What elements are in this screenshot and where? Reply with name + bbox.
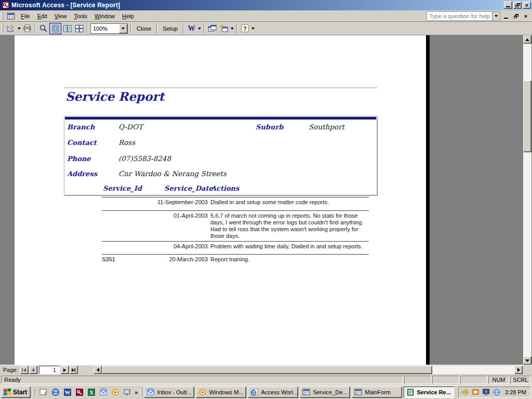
service-date: 11-September-2003 bbox=[151, 199, 208, 210]
chevron-down-icon bbox=[251, 28, 255, 30]
multiple-pages-button[interactable] bbox=[73, 23, 85, 34]
help-question-dropdown[interactable] bbox=[492, 12, 500, 20]
report-title-rule bbox=[64, 87, 377, 88]
mdi-close-button[interactable]: × bbox=[522, 12, 530, 20]
phone-label: Phone bbox=[67, 155, 91, 163]
new-object-button[interactable] bbox=[218, 23, 230, 34]
show-desktop-icon[interactable] bbox=[39, 388, 48, 397]
form-icon bbox=[302, 388, 311, 396]
last-page-button[interactable] bbox=[70, 366, 78, 374]
multiple-pages-icon bbox=[75, 24, 84, 33]
start-button[interactable]: Start bbox=[1, 387, 31, 398]
first-page-button[interactable] bbox=[20, 366, 29, 374]
report-page[interactable]: Service Report Branch Q-DOT Suburb South… bbox=[15, 35, 426, 365]
horizontal-scrollbar[interactable] bbox=[94, 366, 523, 375]
scroll-down-button[interactable] bbox=[523, 356, 531, 365]
report-system-icon[interactable] bbox=[7, 12, 15, 20]
address-label: Address bbox=[67, 170, 97, 178]
menu-view[interactable]: View bbox=[51, 11, 71, 21]
magnifier-icon bbox=[39, 24, 48, 33]
minimize-button[interactable] bbox=[504, 2, 512, 9]
clock[interactable]: 3:28 PM bbox=[503, 389, 526, 395]
menu-window[interactable]: Window bbox=[91, 11, 118, 21]
database-window-button[interactable] bbox=[206, 23, 218, 34]
zoom-combobox[interactable]: 100% bbox=[90, 23, 128, 34]
messenger-tray-icon[interactable] bbox=[472, 388, 480, 396]
mdi-restore-button[interactable] bbox=[512, 12, 520, 20]
mdi-minimize-button[interactable] bbox=[502, 12, 510, 20]
arrow-right-icon bbox=[517, 368, 520, 372]
close-preview-button[interactable]: Close bbox=[133, 23, 155, 34]
title-bar[interactable]: Microsoft Access - [Service Report] × bbox=[0, 0, 532, 10]
zoom-dropdown-button[interactable] bbox=[119, 24, 127, 33]
zoom-value: 100% bbox=[91, 25, 119, 32]
vscroll-thumb[interactable] bbox=[523, 81, 531, 152]
branch-label: Branch bbox=[67, 123, 95, 131]
previous-page-button[interactable] bbox=[29, 366, 37, 374]
menu-help[interactable]: Help bbox=[118, 11, 138, 21]
contact-label: Contact bbox=[67, 139, 97, 147]
one-page-button[interactable] bbox=[49, 23, 61, 34]
setup-button[interactable]: Setup bbox=[159, 23, 181, 34]
msn-messenger-icon[interactable] bbox=[123, 388, 131, 397]
access-icon[interactable] bbox=[75, 388, 84, 397]
task-button-service-report[interactable]: Service Re... bbox=[404, 387, 454, 398]
page-label: Page: bbox=[0, 367, 20, 373]
design-view-button[interactable] bbox=[5, 23, 17, 34]
quicklaunch-overflow-chevron[interactable]: » bbox=[135, 389, 137, 395]
minimize-icon bbox=[504, 18, 508, 19]
task-button-access-world[interactable]: Access Worl... bbox=[248, 387, 298, 398]
restore-button[interactable] bbox=[513, 2, 522, 9]
display-settings-icon[interactable]: ? bbox=[482, 388, 490, 396]
page-number-input[interactable]: 1 bbox=[39, 366, 60, 374]
excel-icon[interactable]: X bbox=[87, 388, 96, 397]
vertical-scrollbar[interactable] bbox=[523, 35, 531, 365]
network-globe-icon[interactable] bbox=[493, 388, 501, 396]
word-icon[interactable]: W bbox=[63, 388, 72, 397]
new-object-dropdown[interactable] bbox=[230, 23, 235, 34]
previous-page-icon bbox=[31, 368, 35, 373]
task-button-inbox[interactable]: Inbox - Outl... bbox=[144, 387, 194, 398]
scroll-left-button[interactable] bbox=[94, 366, 102, 374]
svg-text:?: ? bbox=[485, 390, 487, 394]
status-panel bbox=[460, 376, 487, 384]
hscroll-thumb[interactable] bbox=[102, 366, 432, 374]
two-pages-button[interactable] bbox=[61, 23, 73, 34]
menubar-grip[interactable] bbox=[2, 12, 3, 20]
column-header-service-id: Service_Id bbox=[103, 184, 142, 192]
task-button-media-player[interactable]: Windows M... bbox=[196, 387, 246, 398]
quicklaunch-grip[interactable] bbox=[33, 388, 34, 396]
help-question-input[interactable]: Type a question for help bbox=[427, 11, 500, 21]
next-page-icon bbox=[62, 368, 67, 373]
outlook-express-icon[interactable] bbox=[99, 388, 108, 397]
scroll-right-button[interactable] bbox=[514, 366, 523, 374]
menu-tools[interactable]: Tools bbox=[70, 11, 91, 21]
task-button-mainform[interactable]: MainForm bbox=[352, 387, 402, 398]
media-player-icon[interactable] bbox=[111, 388, 119, 397]
toolbar-grip[interactable] bbox=[2, 24, 3, 33]
toolbar-separator bbox=[236, 23, 237, 34]
toolbar-options-dropdown[interactable] bbox=[251, 23, 256, 34]
chevron-down-icon bbox=[231, 28, 234, 30]
volume-icon[interactable] bbox=[461, 388, 470, 396]
close-button[interactable]: × bbox=[523, 2, 531, 9]
task-button-service-details[interactable]: Service_De... bbox=[300, 387, 350, 398]
scroll-up-button[interactable] bbox=[523, 35, 531, 44]
menu-edit[interactable]: Edit bbox=[34, 11, 51, 21]
officelinks-word-button[interactable]: W bbox=[185, 23, 197, 34]
menu-file[interactable]: File bbox=[17, 11, 34, 21]
design-view-dropdown[interactable] bbox=[17, 23, 21, 34]
help-button[interactable]: ? bbox=[239, 23, 251, 34]
officelinks-dropdown[interactable] bbox=[197, 23, 202, 34]
next-page-button[interactable] bbox=[61, 366, 69, 374]
last-page-icon bbox=[71, 368, 76, 373]
internet-explorer-icon[interactable] bbox=[51, 388, 60, 397]
page-navigation-bar: Page: 1 bbox=[0, 365, 532, 375]
zoom-tool-button[interactable] bbox=[37, 23, 49, 34]
service-actions: 5,6,7 of march not coming up in reports.… bbox=[210, 212, 369, 241]
toolbar-separator bbox=[156, 23, 157, 34]
tasks-grip[interactable] bbox=[141, 388, 142, 396]
status-panel bbox=[404, 376, 431, 384]
print-button[interactable] bbox=[21, 23, 33, 34]
close-icon: × bbox=[525, 3, 528, 8]
